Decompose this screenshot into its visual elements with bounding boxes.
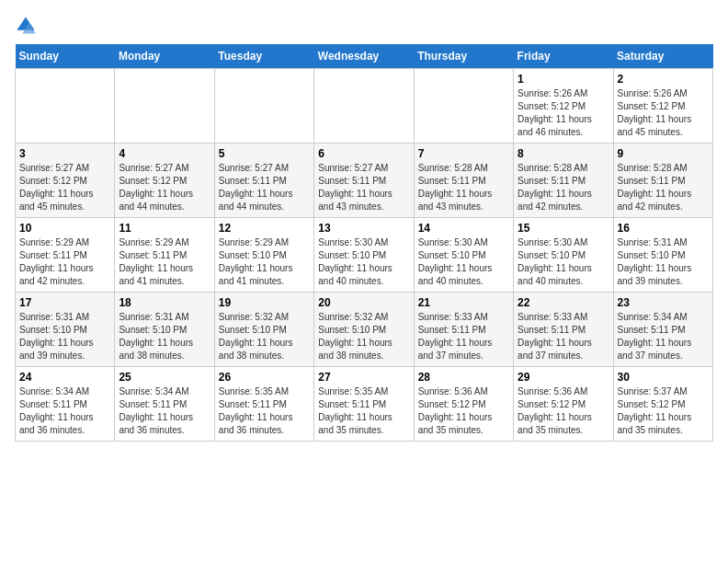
calendar-day-cell: 9Sunrise: 5:28 AM Sunset: 5:11 PM Daylig… bbox=[613, 144, 712, 218]
weekday-header: Saturday bbox=[613, 44, 712, 69]
day-info: Sunrise: 5:32 AM Sunset: 5:10 PM Dayligh… bbox=[219, 311, 310, 362]
day-number: 25 bbox=[119, 371, 210, 384]
calendar-day-cell: 23Sunrise: 5:34 AM Sunset: 5:11 PM Dayli… bbox=[613, 293, 712, 367]
day-info: Sunrise: 5:33 AM Sunset: 5:11 PM Dayligh… bbox=[518, 311, 609, 362]
day-number: 3 bbox=[19, 147, 110, 160]
calendar-week-row: 17Sunrise: 5:31 AM Sunset: 5:10 PM Dayli… bbox=[16, 293, 713, 367]
calendar-day-cell: 30Sunrise: 5:37 AM Sunset: 5:12 PM Dayli… bbox=[613, 367, 712, 442]
day-info: Sunrise: 5:36 AM Sunset: 5:12 PM Dayligh… bbox=[418, 385, 509, 437]
day-number: 17 bbox=[19, 296, 110, 309]
day-number: 22 bbox=[518, 296, 609, 309]
calendar-day-cell: 19Sunrise: 5:32 AM Sunset: 5:10 PM Dayli… bbox=[214, 293, 313, 367]
calendar-day-cell: 7Sunrise: 5:28 AM Sunset: 5:11 PM Daylig… bbox=[414, 144, 513, 218]
calendar-day-cell: 3Sunrise: 5:27 AM Sunset: 5:12 PM Daylig… bbox=[16, 144, 115, 218]
day-info: Sunrise: 5:31 AM Sunset: 5:10 PM Dayligh… bbox=[19, 311, 110, 362]
weekday-header: Wednesday bbox=[314, 44, 414, 69]
day-number: 5 bbox=[219, 147, 310, 160]
calendar-day-cell: 20Sunrise: 5:32 AM Sunset: 5:10 PM Dayli… bbox=[314, 293, 414, 367]
day-number: 23 bbox=[618, 296, 709, 309]
calendar-day-cell: 27Sunrise: 5:35 AM Sunset: 5:11 PM Dayli… bbox=[314, 367, 414, 442]
day-number: 19 bbox=[219, 296, 310, 309]
day-info: Sunrise: 5:36 AM Sunset: 5:12 PM Dayligh… bbox=[518, 385, 609, 437]
day-info: Sunrise: 5:37 AM Sunset: 5:12 PM Dayligh… bbox=[618, 385, 709, 437]
day-number: 24 bbox=[19, 371, 110, 384]
calendar-day-cell: 29Sunrise: 5:36 AM Sunset: 5:12 PM Dayli… bbox=[514, 367, 613, 442]
calendar-day-cell: 10Sunrise: 5:29 AM Sunset: 5:11 PM Dayli… bbox=[16, 218, 115, 293]
day-info: Sunrise: 5:27 AM Sunset: 5:11 PM Dayligh… bbox=[219, 162, 310, 213]
calendar-week-row: 24Sunrise: 5:34 AM Sunset: 5:11 PM Dayli… bbox=[16, 367, 713, 442]
day-info: Sunrise: 5:27 AM Sunset: 5:11 PM Dayligh… bbox=[318, 162, 409, 213]
day-info: Sunrise: 5:27 AM Sunset: 5:12 PM Dayligh… bbox=[19, 162, 110, 213]
day-info: Sunrise: 5:35 AM Sunset: 5:11 PM Dayligh… bbox=[219, 385, 310, 437]
calendar-week-row: 1Sunrise: 5:26 AM Sunset: 5:12 PM Daylig… bbox=[16, 69, 713, 144]
day-info: Sunrise: 5:30 AM Sunset: 5:10 PM Dayligh… bbox=[418, 236, 509, 288]
day-info: Sunrise: 5:30 AM Sunset: 5:10 PM Dayligh… bbox=[318, 236, 409, 288]
day-info: Sunrise: 5:28 AM Sunset: 5:11 PM Dayligh… bbox=[518, 162, 609, 213]
day-info: Sunrise: 5:33 AM Sunset: 5:11 PM Dayligh… bbox=[418, 311, 509, 362]
calendar-day-cell: 8Sunrise: 5:28 AM Sunset: 5:11 PM Daylig… bbox=[514, 144, 613, 218]
logo-icon bbox=[15, 15, 37, 37]
weekday-header: Monday bbox=[115, 44, 214, 69]
calendar-day-cell: 1Sunrise: 5:26 AM Sunset: 5:12 PM Daylig… bbox=[514, 69, 613, 144]
weekday-header: Sunday bbox=[16, 44, 115, 69]
calendar-day-cell: 18Sunrise: 5:31 AM Sunset: 5:10 PM Dayli… bbox=[115, 293, 214, 367]
day-number: 29 bbox=[518, 371, 609, 384]
calendar-day-cell: 16Sunrise: 5:31 AM Sunset: 5:10 PM Dayli… bbox=[613, 218, 712, 293]
day-info: Sunrise: 5:26 AM Sunset: 5:12 PM Dayligh… bbox=[618, 87, 709, 139]
day-info: Sunrise: 5:26 AM Sunset: 5:12 PM Dayligh… bbox=[518, 87, 609, 139]
day-info: Sunrise: 5:28 AM Sunset: 5:11 PM Dayligh… bbox=[418, 162, 509, 213]
calendar-day-cell: 6Sunrise: 5:27 AM Sunset: 5:11 PM Daylig… bbox=[314, 144, 414, 218]
day-number: 20 bbox=[318, 296, 409, 309]
calendar-day-cell: 28Sunrise: 5:36 AM Sunset: 5:12 PM Dayli… bbox=[414, 367, 513, 442]
weekday-header: Thursday bbox=[414, 44, 513, 69]
calendar-day-cell: 24Sunrise: 5:34 AM Sunset: 5:11 PM Dayli… bbox=[16, 367, 115, 442]
day-number: 8 bbox=[518, 147, 609, 160]
day-number: 15 bbox=[518, 222, 609, 235]
calendar-day-cell bbox=[314, 69, 414, 144]
logo bbox=[15, 15, 40, 37]
calendar: SundayMondayTuesdayWednesdayThursdayFrid… bbox=[15, 44, 713, 442]
day-info: Sunrise: 5:27 AM Sunset: 5:12 PM Dayligh… bbox=[119, 162, 210, 213]
day-info: Sunrise: 5:34 AM Sunset: 5:11 PM Dayligh… bbox=[618, 311, 709, 362]
calendar-day-cell: 5Sunrise: 5:27 AM Sunset: 5:11 PM Daylig… bbox=[214, 144, 313, 218]
day-number: 12 bbox=[219, 222, 310, 235]
day-number: 9 bbox=[618, 147, 709, 160]
calendar-day-cell: 21Sunrise: 5:33 AM Sunset: 5:11 PM Dayli… bbox=[414, 293, 513, 367]
day-number: 13 bbox=[318, 222, 409, 235]
calendar-week-row: 10Sunrise: 5:29 AM Sunset: 5:11 PM Dayli… bbox=[16, 218, 713, 293]
calendar-day-cell bbox=[16, 69, 115, 144]
weekday-header: Friday bbox=[514, 44, 613, 69]
day-info: Sunrise: 5:30 AM Sunset: 5:10 PM Dayligh… bbox=[518, 236, 609, 288]
calendar-day-cell: 11Sunrise: 5:29 AM Sunset: 5:11 PM Dayli… bbox=[115, 218, 214, 293]
day-number: 18 bbox=[119, 296, 210, 309]
day-number: 7 bbox=[418, 147, 509, 160]
day-info: Sunrise: 5:29 AM Sunset: 5:11 PM Dayligh… bbox=[119, 236, 210, 288]
day-number: 26 bbox=[219, 371, 310, 384]
calendar-week-row: 3Sunrise: 5:27 AM Sunset: 5:12 PM Daylig… bbox=[16, 144, 713, 218]
calendar-day-cell: 2Sunrise: 5:26 AM Sunset: 5:12 PM Daylig… bbox=[613, 69, 712, 144]
calendar-day-cell: 12Sunrise: 5:29 AM Sunset: 5:10 PM Dayli… bbox=[214, 218, 313, 293]
day-info: Sunrise: 5:31 AM Sunset: 5:10 PM Dayligh… bbox=[119, 311, 210, 362]
day-number: 30 bbox=[618, 371, 709, 384]
day-number: 2 bbox=[618, 73, 709, 86]
calendar-day-cell: 15Sunrise: 5:30 AM Sunset: 5:10 PM Dayli… bbox=[514, 218, 613, 293]
day-info: Sunrise: 5:31 AM Sunset: 5:10 PM Dayligh… bbox=[618, 236, 709, 288]
calendar-day-cell bbox=[414, 69, 513, 144]
day-number: 14 bbox=[418, 222, 509, 235]
day-info: Sunrise: 5:35 AM Sunset: 5:11 PM Dayligh… bbox=[318, 385, 409, 437]
day-number: 28 bbox=[418, 371, 509, 384]
calendar-day-cell: 13Sunrise: 5:30 AM Sunset: 5:10 PM Dayli… bbox=[314, 218, 414, 293]
day-info: Sunrise: 5:29 AM Sunset: 5:10 PM Dayligh… bbox=[219, 236, 310, 288]
calendar-day-cell bbox=[214, 69, 313, 144]
calendar-day-cell: 22Sunrise: 5:33 AM Sunset: 5:11 PM Dayli… bbox=[514, 293, 613, 367]
day-number: 4 bbox=[119, 147, 210, 160]
day-number: 6 bbox=[318, 147, 409, 160]
day-number: 16 bbox=[618, 222, 709, 235]
weekday-header: Tuesday bbox=[214, 44, 313, 69]
calendar-day-cell: 4Sunrise: 5:27 AM Sunset: 5:12 PM Daylig… bbox=[115, 144, 214, 218]
calendar-day-cell: 26Sunrise: 5:35 AM Sunset: 5:11 PM Dayli… bbox=[214, 367, 313, 442]
day-info: Sunrise: 5:34 AM Sunset: 5:11 PM Dayligh… bbox=[19, 385, 110, 437]
calendar-day-cell bbox=[115, 69, 214, 144]
day-info: Sunrise: 5:28 AM Sunset: 5:11 PM Dayligh… bbox=[618, 162, 709, 213]
day-number: 10 bbox=[19, 222, 110, 235]
